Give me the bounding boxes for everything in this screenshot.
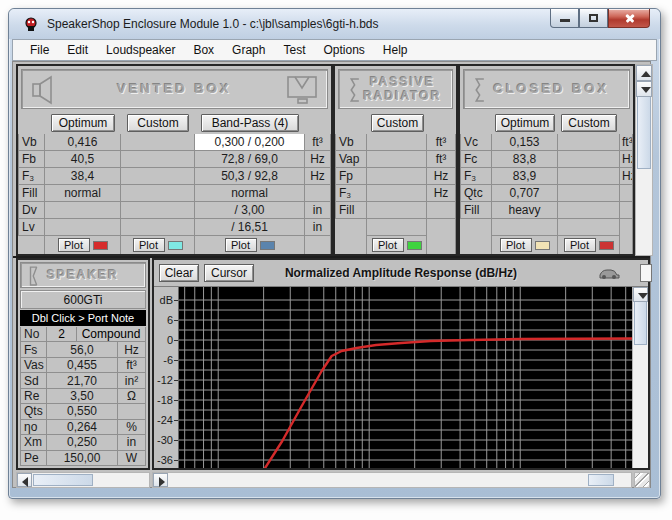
speaker-model-button[interactable]: 600GTi xyxy=(20,290,146,309)
vented-custom-fb xyxy=(121,151,195,168)
row-label: Fp xyxy=(335,168,367,185)
speaker-panel: SPEAKER 600GTi Dbl Click > Port Note No … xyxy=(16,258,150,470)
vented-optimum-plot-button[interactable]: Plot xyxy=(58,238,90,252)
closed-custom-qtc xyxy=(558,185,620,202)
unit-label: ft³ xyxy=(427,151,456,168)
clipped-toolbar-button[interactable] xyxy=(640,264,652,282)
closed-custom-plot-button[interactable]: Plot xyxy=(564,238,596,252)
row-label: Vap xyxy=(335,151,367,168)
vented-bandpass-lv: / 16,51 xyxy=(195,219,305,236)
plot-area[interactable] xyxy=(178,287,632,468)
app-icon xyxy=(23,16,39,32)
scrollbar-thumb[interactable] xyxy=(588,474,614,486)
box-panels-region: VENTED BOX Optimum Custom Band-Pass (4) xyxy=(16,64,650,256)
unit-label: Hz xyxy=(427,185,456,202)
vented-custom-vb xyxy=(121,134,195,151)
menu-test[interactable]: Test xyxy=(274,41,314,59)
vented-bandpass-fill: normal xyxy=(195,185,305,202)
menu-graph[interactable]: Graph xyxy=(223,41,274,59)
unit-label xyxy=(427,202,456,219)
closed-optimum-button[interactable]: Optimum xyxy=(495,114,555,132)
graph-horizontal-scrollbar[interactable] xyxy=(152,472,632,488)
menu-file[interactable]: File xyxy=(21,41,58,59)
speaker-scrollbar[interactable] xyxy=(16,472,150,488)
row-label: Qts xyxy=(20,404,47,419)
row-label: Dv xyxy=(18,202,45,219)
speaker-xm: 0,250 xyxy=(47,435,118,450)
closed-optimum-plot-button[interactable]: Plot xyxy=(500,238,532,252)
scroll-down-button[interactable] xyxy=(633,287,648,302)
pr-custom-button[interactable]: Custom xyxy=(371,114,424,132)
menu-options[interactable]: Options xyxy=(314,41,373,59)
vented-optimum-button[interactable]: Optimum xyxy=(51,114,115,132)
graph-header: Clear Cursor Normalized Amplitude Respon… xyxy=(154,260,648,287)
y-axis-tick-label: -30 xyxy=(151,434,173,446)
scrollbar-thumb[interactable] xyxy=(33,474,93,486)
unit-label: Hz xyxy=(118,342,146,357)
vented-custom-dv xyxy=(121,202,195,219)
menu-box[interactable]: Box xyxy=(184,41,223,59)
vented-custom-button[interactable]: Custom xyxy=(127,114,189,132)
unit-label: Hz xyxy=(620,168,633,185)
row-label: Xm xyxy=(20,435,47,450)
unit-label: Hz xyxy=(305,151,331,168)
row-label: Fill xyxy=(460,202,492,219)
row-label: ηo xyxy=(20,420,47,435)
down-arrow-icon xyxy=(638,293,648,299)
row-label: Vas xyxy=(20,358,47,373)
speaker-fs: 56,0 xyxy=(47,342,118,357)
menu-loudspeaker[interactable]: Loudspeaker xyxy=(97,41,184,59)
menu-edit[interactable]: Edit xyxy=(58,41,97,59)
vented-optimum-fb: 40,5 xyxy=(45,151,121,168)
vented-bandpass-plot-button[interactable]: Plot xyxy=(225,238,257,252)
vented-custom-plot-button[interactable]: Plot xyxy=(133,238,165,252)
row-label: Fb xyxy=(18,151,45,168)
passive-radiator-title: PASSIVERADIATOR xyxy=(363,75,441,103)
scroll-left-button[interactable] xyxy=(17,473,32,487)
scroll-down-button[interactable] xyxy=(636,81,652,97)
closed-custom-vc xyxy=(558,134,620,151)
car-icon[interactable] xyxy=(598,266,620,280)
unit-label xyxy=(305,185,331,202)
y-axis-tick-label: -24 xyxy=(151,414,173,426)
pr-plot-button[interactable]: Plot xyxy=(372,238,404,252)
plot-color-swatch-blue xyxy=(260,241,275,250)
minimize-button[interactable] xyxy=(550,9,579,28)
speaker-count: 2 xyxy=(47,327,77,341)
row-label: F₃ xyxy=(18,168,45,185)
vented-box-panel: VENTED BOX Optimum Custom Band-Pass (4) xyxy=(16,64,333,256)
unit-label: ft³ xyxy=(427,134,456,151)
close-button[interactable] xyxy=(608,9,650,28)
speaker-mode-select[interactable]: Compound xyxy=(77,327,146,341)
closed-custom-f3 xyxy=(558,168,620,185)
row-label: Fill xyxy=(18,185,45,202)
speaker-qts: 0,550 xyxy=(47,404,118,419)
unit-label: % xyxy=(118,420,146,435)
plot-color-swatch-cyan xyxy=(168,241,183,250)
y-axis-tick-label: -6 xyxy=(151,354,173,366)
closed-custom-fc xyxy=(558,151,620,168)
closed-custom-button[interactable]: Custom xyxy=(561,114,617,132)
vented-bandpass-fb: 72,8 / 69,0 xyxy=(195,151,305,168)
unit-label xyxy=(620,185,633,202)
app-window: SpeakerShop Enclosure Module 1.0 - c:\jb… xyxy=(8,8,661,499)
box-panels-scrollbar[interactable] xyxy=(635,64,653,256)
row-label: Fc xyxy=(460,151,492,168)
vented-bandpass-button[interactable]: Band-Pass (4) xyxy=(201,114,299,132)
vented-box-title: VENTED BOX xyxy=(117,82,232,96)
resize-grip[interactable] xyxy=(634,472,650,488)
window-title: SpeakerShop Enclosure Module 1.0 - c:\jb… xyxy=(47,17,379,31)
pr-custom-fill xyxy=(367,202,427,219)
maximize-button[interactable] xyxy=(579,9,608,28)
title-bar[interactable]: SpeakerShop Enclosure Module 1.0 - c:\jb… xyxy=(9,9,660,39)
vented-bandpass-vb-field[interactable]: 0,300 / 0,200 xyxy=(195,134,305,151)
row-label: Vb xyxy=(335,134,367,151)
menu-help[interactable]: Help xyxy=(374,41,417,59)
port-note-bar[interactable]: Dbl Click > Port Note xyxy=(20,310,146,326)
unit-label: Hz xyxy=(620,151,633,168)
scroll-up-button[interactable] xyxy=(636,65,652,81)
graph-vertical-scrollbar[interactable] xyxy=(632,287,648,468)
scroll-right-button[interactable] xyxy=(153,473,168,487)
vented-custom-lv xyxy=(121,219,195,236)
speaker-pe: 150,00 xyxy=(47,451,118,466)
